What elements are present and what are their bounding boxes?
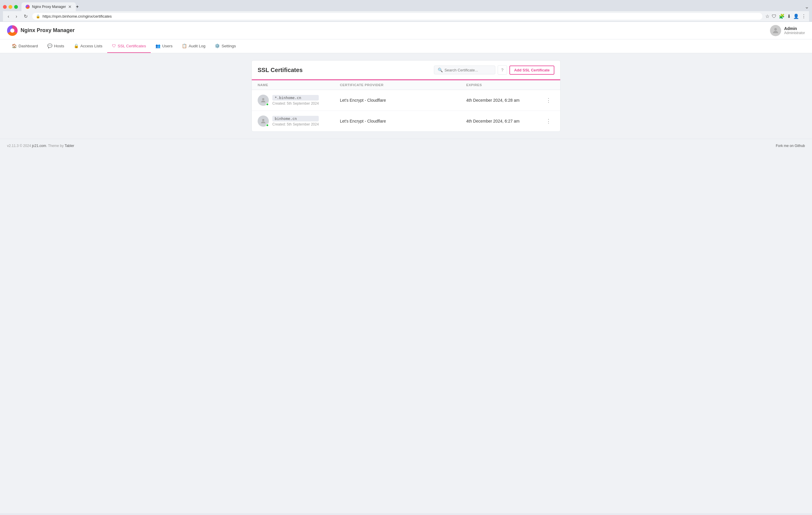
window-controls	[3, 5, 18, 9]
card-header-actions: 🔍 ? Add SSL Certificate	[434, 65, 554, 75]
tab-list-button[interactable]: ⌄	[805, 3, 809, 10]
col-header-name: NAME	[258, 83, 340, 87]
menu-icon[interactable]: ⋮	[802, 13, 806, 19]
users-icon: 👥	[155, 44, 161, 48]
app-footer: v2.11.3 © 2024 jc21.com. Theme by Tabler…	[0, 139, 812, 153]
search-wrap: 🔍	[434, 65, 495, 74]
user-name: Admin	[784, 26, 805, 31]
app-logo: Nginx Proxy Manager	[7, 25, 75, 36]
footer-theme-link[interactable]: Tabler	[65, 144, 74, 148]
avatar	[770, 25, 781, 36]
toolbar-icons: ☆ 🛡 🧩 ⬇ 👤 ⋮	[765, 13, 806, 19]
nav-label-ssl: SSL Certificates	[118, 44, 146, 48]
tab-favicon	[26, 5, 30, 9]
audit-icon: 📋	[182, 44, 187, 48]
tab-close-button[interactable]: ✕	[68, 4, 72, 9]
main-content: SSL Certificates 🔍 ? Add SSL Certificate…	[244, 53, 568, 139]
back-button[interactable]: ‹	[6, 13, 11, 20]
nav-item-hosts[interactable]: 💬 Hosts	[42, 39, 69, 53]
minimize-button[interactable]	[8, 5, 12, 9]
table-row: *.binhome.cn Created: 5th September 2024…	[252, 90, 560, 111]
nav-label-users: Users	[162, 44, 172, 48]
lock-icon: 🔒	[36, 15, 40, 19]
nav-label-access-lists: Access Lists	[81, 44, 103, 48]
app-header: Nginx Proxy Manager Admin Administrator	[0, 22, 812, 39]
svg-point-0	[774, 28, 777, 31]
nav-label-dashboard: Dashboard	[19, 44, 38, 48]
footer-version: v2.11.3 © 2024 jc21.com. Theme by Tabler	[7, 144, 74, 148]
cert-expires-2: 4th December 2024, 6:27 am	[466, 119, 543, 124]
footer-theme-text: . Theme by	[46, 144, 65, 148]
fork-github-link[interactable]: Fork me on Github	[776, 144, 805, 148]
cert-provider-2: Let's Encrypt - Cloudflare	[340, 119, 466, 124]
nav-item-ssl-certificates[interactable]: 🛡 SSL Certificates	[107, 39, 151, 53]
tab-title: Nginx Proxy Manager	[32, 5, 66, 9]
cert-avatar-wrap-1	[258, 94, 269, 106]
more-options-button-1[interactable]: ⋮	[543, 96, 554, 105]
more-options-button-2[interactable]: ⋮	[543, 117, 554, 126]
footer-version-text: v2.11.3 © 2024	[7, 144, 32, 148]
ssl-certificates-card: SSL Certificates 🔍 ? Add SSL Certificate…	[252, 60, 560, 132]
refresh-button[interactable]: ↻	[22, 13, 29, 20]
cert-name-tag-1: *.binhome.cn	[272, 95, 319, 101]
hosts-icon: 💬	[47, 44, 52, 48]
new-tab-button[interactable]: +	[76, 4, 79, 9]
nav-item-dashboard[interactable]: 🏠 Dashboard	[7, 39, 42, 53]
settings-icon: ⚙️	[215, 44, 220, 48]
cert-status-dot-2	[266, 124, 269, 127]
home-icon: 🏠	[12, 44, 17, 48]
maximize-button[interactable]	[14, 5, 18, 9]
user-info: Admin Administrator	[784, 26, 805, 35]
footer-company-link[interactable]: jc21.com	[32, 144, 46, 148]
nav-item-users[interactable]: 👥 Users	[151, 39, 177, 53]
address-bar: ‹ › ↻ 🔒 ☆ 🛡 🧩 ⬇ 👤 ⋮	[3, 11, 809, 22]
cert-name-tag-2: binhome.cn	[272, 116, 319, 121]
col-header-provider: CERTIFICATE PROVIDER	[340, 83, 466, 87]
avatar-icon	[772, 27, 779, 34]
add-ssl-certificate-button[interactable]: Add SSL Certificate	[510, 65, 554, 75]
cert-provider-1: Let's Encrypt - Cloudflare	[340, 98, 466, 103]
url-input[interactable]	[42, 14, 759, 19]
close-button[interactable]	[3, 5, 7, 9]
forward-button[interactable]: ›	[14, 13, 19, 20]
app-wrapper: Nginx Proxy Manager Admin Administrator …	[0, 22, 812, 513]
col-header-actions	[543, 83, 554, 87]
nav-item-audit-log[interactable]: 📋 Audit Log	[177, 39, 210, 53]
table-row: binhome.cn Created: 5th September 2024 L…	[252, 111, 560, 131]
nav-label-audit: Audit Log	[188, 44, 205, 48]
cert-created-1: Created: 5th September 2024	[272, 101, 319, 106]
cert-name-info-1: *.binhome.cn Created: 5th September 2024	[272, 95, 319, 106]
card-header: SSL Certificates 🔍 ? Add SSL Certificate	[252, 60, 560, 80]
user-role: Administrator	[784, 31, 805, 35]
cert-name-info-2: binhome.cn Created: 5th September 2024	[272, 116, 319, 127]
nav-label-hosts: Hosts	[54, 44, 64, 48]
nav-item-access-lists[interactable]: 🔒 Access Lists	[69, 39, 107, 53]
app-nav: 🏠 Dashboard 💬 Hosts 🔒 Access Lists 🛡 SSL…	[0, 39, 812, 53]
svg-point-1	[262, 98, 264, 100]
tab-bar: Nginx Proxy Manager ✕ + ⌄	[3, 2, 809, 11]
help-button[interactable]: ?	[498, 65, 507, 75]
browser-tab[interactable]: Nginx Proxy Manager ✕	[22, 2, 76, 11]
browser-chrome: Nginx Proxy Manager ✕ + ⌄ ‹ › ↻ 🔒 ☆ 🛡 🧩 …	[0, 0, 812, 22]
cert-created-2: Created: 5th September 2024	[272, 122, 319, 127]
search-input[interactable]	[444, 68, 492, 72]
address-input-wrap: 🔒	[32, 13, 762, 20]
extensions-icon[interactable]: 🧩	[779, 13, 785, 19]
bookmark-icon[interactable]: ☆	[765, 13, 770, 19]
table-header: NAME CERTIFICATE PROVIDER EXPIRES	[252, 80, 560, 90]
profile-icon[interactable]: 👤	[793, 13, 799, 19]
app-title: Nginx Proxy Manager	[21, 27, 75, 33]
search-icon: 🔍	[438, 67, 443, 72]
cert-avatar-wrap-2	[258, 115, 269, 127]
cert-name-cell-2: binhome.cn Created: 5th September 2024	[258, 115, 340, 127]
cert-avatar-icon-2	[260, 118, 266, 124]
nav-label-settings: Settings	[222, 44, 236, 48]
shield-nav-icon: 🛡	[112, 44, 116, 48]
nav-item-settings[interactable]: ⚙️ Settings	[210, 39, 241, 53]
cert-avatar-icon-1	[260, 97, 266, 104]
app-logo-icon	[7, 25, 18, 36]
lock-nav-icon: 🔒	[74, 44, 79, 48]
shield-icon[interactable]: 🛡	[772, 14, 777, 19]
cert-name-cell-1: *.binhome.cn Created: 5th September 2024	[258, 94, 340, 106]
download-icon[interactable]: ⬇	[787, 13, 791, 19]
